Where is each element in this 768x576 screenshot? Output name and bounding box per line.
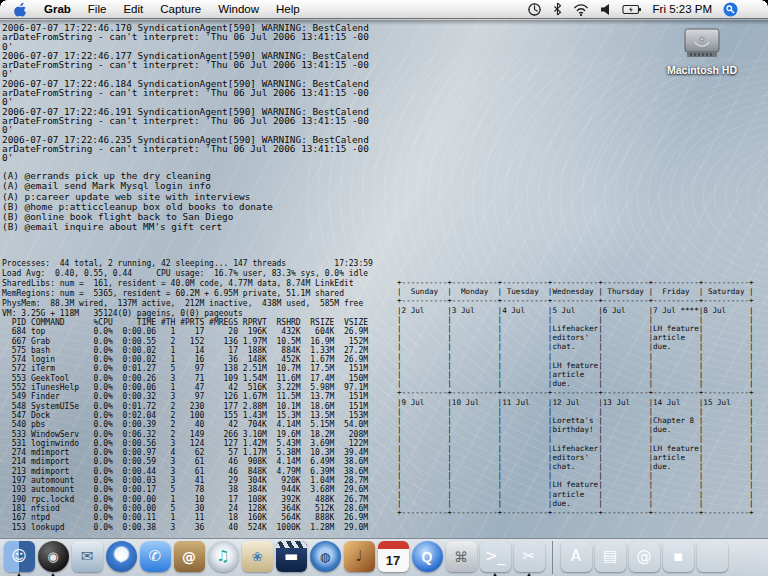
dock-icon-itunes[interactable]: ♫ [208, 541, 239, 572]
menu-help[interactable]: Help [276, 3, 300, 15]
syslog-output: 2006-07-07 17:22:46.170 SyndicationAgent… [2, 23, 369, 162]
airport-icon[interactable] [573, 3, 589, 16]
dock-icon-imovie[interactable]: ▬ [276, 541, 307, 572]
active-app-menu[interactable]: Grab [44, 3, 71, 15]
hard-drive-image [683, 28, 721, 58]
menu-file[interactable]: File [88, 3, 107, 15]
dock-icon-applications-folder[interactable]: A [561, 541, 592, 572]
dock-icon-quicktime[interactable]: Q [412, 541, 443, 572]
hard-drive-icon[interactable]: Macintosh HD [652, 28, 752, 76]
iphoto-glyph: ❀ [252, 550, 263, 563]
dock-icon-idvd[interactable]: ◍ [310, 541, 341, 572]
ichat-glyph: ✆ [149, 549, 162, 564]
menu-window[interactable]: Window [218, 3, 259, 15]
battery-icon[interactable] [622, 4, 642, 15]
clock-dial-icon[interactable] [527, 2, 542, 17]
finder-glyph: ☺ [11, 549, 27, 564]
dock-icon-ichat[interactable]: ✆ [140, 541, 171, 572]
dock-icon-safari[interactable]: ◈ [106, 541, 137, 572]
dock-icon-address-book[interactable]: @ [174, 541, 205, 572]
safari-glyph: ◈ [115, 549, 127, 564]
idvd-glyph: ◍ [320, 551, 330, 563]
dock-icon-ical[interactable]: 17 [378, 541, 409, 572]
menu-capture[interactable]: Capture [160, 3, 201, 15]
bluetooth-icon[interactable] [553, 2, 562, 16]
mail-glyph: ✉ [81, 549, 94, 564]
dock-icon-trash-full[interactable] [697, 541, 728, 572]
screen-corner-left [0, 0, 7, 7]
dock-icon-at-stamp[interactable]: @ [629, 541, 660, 572]
screen-corner-right [761, 0, 768, 7]
address-book-glyph: @ [182, 550, 196, 564]
hard-drive-label: Macintosh HD [652, 64, 752, 76]
documents-folder-glyph: ▤ [603, 549, 617, 564]
dock-icon-system-preferences[interactable]: ⌘ [446, 541, 477, 572]
process-table: PID COMMAND %CPU TIME #TH #PRTS #MREGS R… [2, 318, 368, 532]
todo-list: (A) @errands pick up the dry cleaning (A… [2, 171, 273, 233]
iterm-glyph: >_ [485, 549, 505, 564]
dock-icon-dashboard[interactable]: ◉ [38, 541, 69, 572]
dock-icon-finder[interactable]: ☺ [4, 541, 35, 572]
menu-clock[interactable]: Fri 5:23 PM [653, 3, 712, 15]
imovie-glyph: ▬ [284, 549, 298, 564]
dock-icon-garageband[interactable]: ♩ [344, 541, 375, 572]
dock-separator [552, 541, 553, 574]
dashboard-glyph: ◉ [47, 550, 58, 563]
spotlight-icon[interactable] [723, 2, 738, 17]
itunes-glyph: ♫ [216, 549, 229, 564]
dock-items: ☺◉✉◈✆@♫❀▬◍♩17Q⌘>_✂A▤@▪ [2, 541, 768, 574]
dock: ☺◉✉◈✆@♫❀▬◍♩17Q⌘>_✂A▤@▪ [0, 538, 768, 576]
dock-icon-grab[interactable]: ✂ [514, 541, 545, 572]
dock-icon-documents-folder[interactable]: ▤ [595, 541, 626, 572]
top-summary: Processes: 44 total, 2 running, 42 sleep… [2, 259, 373, 319]
quicktime-glyph: Q [422, 550, 433, 564]
applications-folder-glyph: A [571, 549, 581, 564]
desktop[interactable]: Grab FileEditCaptureWindowHelp [0, 0, 768, 576]
grab-glyph: ✂ [523, 549, 536, 564]
dock-icon-iphoto[interactable]: ❀ [242, 541, 273, 572]
dock-icon-log-document[interactable]: ▪ [663, 541, 694, 572]
garageband-glyph: ♩ [355, 549, 362, 564]
volume-icon[interactable] [600, 3, 611, 16]
log-document-glyph: ▪ [673, 549, 683, 564]
dock-icon-iterm[interactable]: >_ [480, 541, 511, 572]
menu-list: FileEditCaptureWindowHelp [88, 3, 300, 15]
menu-edit[interactable]: Edit [123, 3, 143, 15]
at-stamp-glyph: @ [637, 549, 652, 564]
dock-icon-mail[interactable]: ✉ [72, 541, 103, 572]
calendar-ascii: +----------+----------+----------+------… [397, 278, 754, 517]
apple-menu-icon[interactable] [14, 2, 27, 17]
system-preferences-glyph: ⌘ [454, 550, 468, 564]
menu-bar: Grab FileEditCaptureWindowHelp [0, 0, 768, 19]
ical-glyph: 17 [386, 547, 400, 567]
